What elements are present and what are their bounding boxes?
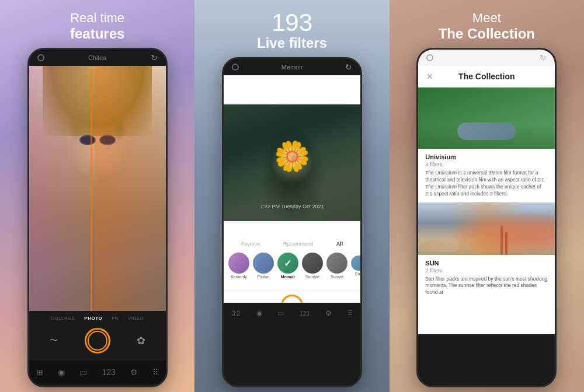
timestamp: 7:22 PM Tuesday Oct 2021 (260, 204, 324, 209)
shuffle-icon[interactable]: ⇄ (259, 300, 267, 303)
collection-image-grass (418, 88, 555, 149)
bridge-tower-1 (500, 226, 503, 255)
filter-bubble-kennedy (228, 253, 249, 274)
mode-video[interactable]: VIDEO (126, 314, 146, 322)
phone-3-statusbar: ↻ (418, 50, 555, 66)
layers-icon[interactable]: ⊕ (318, 300, 325, 303)
cat-favorite[interactable]: Favorite (241, 241, 260, 247)
refresh-icon-2: ↻ (345, 62, 352, 72)
phone-2-statusbar: Memoir ↻ (224, 59, 360, 75)
item-1-desc: The Univisium is a universal 35mm film f… (425, 170, 548, 198)
collection-modal-header: ✕ The Collection (418, 66, 555, 88)
filter-can[interactable]: Can (351, 256, 360, 284)
dots-icon[interactable]: ⠿ (152, 368, 158, 377)
collection-content: Univisium 3 filters The Univisium is a u… (418, 88, 555, 330)
collection-modal-title: The Collection (458, 72, 515, 81)
hands (424, 240, 459, 252)
jeans-legs (457, 123, 516, 140)
item-2-subtitle: 2 filters (425, 268, 548, 274)
color-split (91, 66, 92, 311)
star-icon[interactable]: ☆ (237, 300, 245, 303)
refresh-icon-3: ↻ (540, 53, 547, 62)
drop-icon-2[interactable]: ◉ (256, 309, 262, 317)
drop-icon[interactable]: ◉ (58, 368, 65, 377)
phone-2-controls: ☆ ⇄ ⊕ ✿ (224, 290, 360, 303)
panel-1-heading: Real time features (58, 0, 136, 48)
filter-fiction[interactable]: Fiction (253, 253, 274, 287)
status-circle (37, 54, 44, 61)
numbers-icon[interactable]: 123 (102, 368, 115, 377)
phone-2: Memoir ↻ 🌼 7:22 PM Tuesday Oct 2021 Favo… (222, 57, 362, 387)
status-circle-2 (232, 64, 239, 71)
panel-3-line1: Meet (439, 10, 535, 26)
camera-preview: 🌼 7:22 PM Tuesday Oct 2021 (224, 104, 360, 221)
color-overlay-right (95, 66, 166, 311)
mode-photo[interactable]: PHOTO (82, 314, 105, 322)
hands-detail (424, 240, 459, 252)
close-button[interactable]: ✕ (426, 72, 433, 81)
white-top (224, 75, 360, 104)
flower-icon[interactable]: ✿ (134, 334, 148, 348)
collection-image-bridge (418, 202, 555, 255)
grid-icon[interactable]: ⊞ (36, 368, 43, 377)
shutter-button[interactable] (85, 328, 110, 354)
bridge-tower-2 (505, 232, 507, 255)
filter-count: 193 (257, 10, 327, 35)
panel-realtime: Real time features Chilea ↻ (0, 0, 194, 392)
filter-label-sunset: Sunset (331, 275, 343, 279)
dots-icon-2[interactable]: ⠿ (347, 309, 353, 317)
filter-bubble-sunrise (302, 253, 323, 274)
mode-tabs: COLLAGE PHOTO FN VIDEO (35, 314, 160, 322)
filter-bubble-sunset (326, 253, 347, 274)
numbers-icon-2[interactable]: 123 (300, 310, 310, 317)
square-icon[interactable]: ▭ (79, 368, 87, 377)
item-2-desc: Sun filter packs are inspired by the sun… (425, 276, 548, 297)
panel-collection: Meet The Collection ↻ ✕ The Collection (390, 0, 584, 392)
color-overlay-left (29, 66, 91, 311)
square-icon-2[interactable]: ▭ (277, 309, 284, 317)
filter-categories: Favorite Recommend All (224, 239, 360, 249)
cat-recommend[interactable]: Recommend (283, 241, 313, 247)
filter-label-kennedy: Kennedy (231, 275, 247, 279)
p2-shutter-button[interactable] (281, 295, 303, 303)
phone-3-screen: ✕ The Collection Univisium 3 filters T (418, 66, 555, 334)
phone-2-footer: 3:2 ◉ ▭ 123 ⚙ ⠿ (224, 303, 360, 324)
filter-memoir[interactable]: Memoir (277, 253, 298, 287)
panel-3-heading: Meet The Collection (427, 0, 547, 48)
flower-overlay: 🌼 (274, 139, 310, 173)
grass-person (457, 123, 516, 140)
panel-3-line2: The Collection (439, 26, 535, 42)
white-mid (224, 221, 360, 239)
panel-2-heading: 193 Live filters (245, 0, 339, 57)
settings-icon[interactable]: ⚙ (130, 368, 138, 377)
item-2-title: SUN (425, 260, 548, 267)
panel-1-line2: features (70, 26, 124, 42)
filter-sunrise[interactable]: Sunrise (302, 253, 323, 287)
shutter-inner (88, 331, 107, 351)
ratio-icon[interactable]: 3:2 (231, 310, 240, 317)
filter-bubble-memoir (277, 253, 298, 274)
person-photo (29, 66, 166, 311)
mode-collage[interactable]: COLLAGE (48, 314, 77, 322)
item-1-title: Univisium (425, 153, 548, 160)
mode-fn[interactable]: FN (109, 314, 121, 322)
phone-1-statusbar: Chilea ↻ (29, 50, 166, 66)
status-label-2: Memoir (281, 64, 303, 71)
panel-2-line2: Live filters (257, 35, 327, 51)
filter-label-fiction: Fiction (258, 275, 270, 279)
item-1-subtitle: 3 filters (425, 162, 548, 167)
filter-kennedy[interactable]: Kennedy (228, 253, 249, 287)
filter-label-can: Can (355, 272, 360, 276)
phone-1-bottombar: COLLAGE PHOTO FN VIDEO 〜 ✿ (29, 311, 166, 360)
status-circle-3 (426, 54, 433, 61)
filter-sunset[interactable]: Sunset (326, 253, 347, 287)
panel-livefilters: 193 Live filters Memoir ↻ 🌼 7:22 PM Tues… (194, 0, 389, 392)
filter-row: Kennedy Fiction Memoir Sunrise (224, 249, 360, 290)
status-label-1: Chilea (88, 54, 106, 61)
phone-1-controls: 〜 ✿ (35, 324, 160, 357)
wave-icon[interactable]: 〜 (47, 334, 61, 348)
flower-p2-icon[interactable]: ✿ (340, 300, 347, 303)
cat-all[interactable]: All (336, 241, 343, 247)
filter-bubble-can (351, 256, 360, 271)
settings-icon-2[interactable]: ⚙ (325, 309, 332, 317)
